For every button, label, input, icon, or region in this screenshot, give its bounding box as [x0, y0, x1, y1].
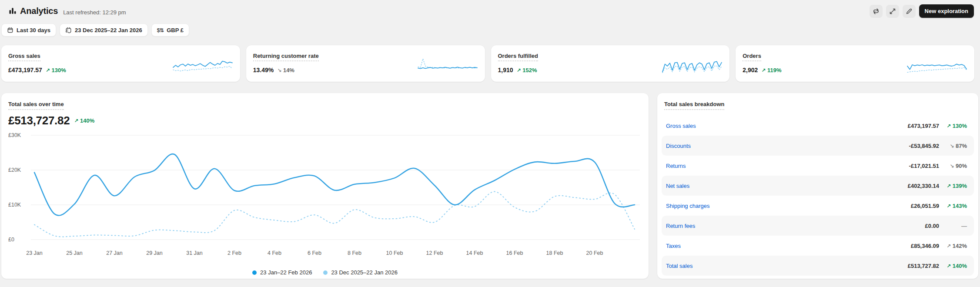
breakdown-row-value: £473,197.57	[908, 123, 939, 129]
chart-legend: 23 Jan–22 Feb 2026 23 Dec 2025–22 Jan 20…	[8, 269, 642, 276]
up-arrow-icon: ↗	[947, 243, 951, 249]
expand-button[interactable]	[886, 5, 899, 18]
breakdown-row-change: ↗ 130%	[947, 123, 967, 129]
currency-chip[interactable]: $⇅ GBP £	[151, 23, 189, 37]
breakdown-row-change: —	[961, 223, 967, 229]
compare-range-label: 23 Dec 2025–22 Jan 2026	[75, 27, 142, 33]
calendar-compare-icon	[65, 27, 72, 33]
breakdown-row-value: £402,330.14	[908, 183, 939, 189]
breakdown-row-link[interactable]: Returns	[666, 163, 686, 169]
breakdown-row-link[interactable]: Total sales	[666, 263, 692, 269]
x-axis-tick: 2 Feb	[227, 250, 241, 256]
breakdown-row-value: £0.00	[925, 223, 939, 229]
x-axis-tick: 10 Feb	[386, 250, 403, 256]
breakdown-row-link[interactable]: Net sales	[666, 183, 689, 189]
metric-card-returning-customer-rate: Returning customer rate13.49%↘ 14%	[246, 45, 485, 82]
metric-card-orders: Orders2,902↗ 119%	[736, 45, 974, 82]
metric-card-label[interactable]: Gross sales	[8, 53, 40, 61]
filter-bar: Last 30 days 23 Dec 2025–22 Jan 2026 $⇅ …	[1, 23, 980, 37]
calendar-icon	[7, 27, 13, 33]
metric-card-label[interactable]: Orders	[743, 53, 761, 61]
down-arrow-icon: ↘	[277, 67, 281, 73]
breakdown-row-taxes: Taxes£85,346.09↗ 142%	[662, 236, 974, 256]
x-axis-tick: 12 Feb	[426, 250, 443, 256]
total-sales-breakdown-panel: Total sales breakdown Gross sales£473,19…	[657, 93, 978, 279]
breakdown-row-gross-sales: Gross sales£473,197.57↗ 130%	[662, 116, 974, 136]
total-sales-line-chart: £30K£20K£10K£023 Jan25 Jan27 Jan29 Jan31…	[8, 131, 641, 267]
up-arrow-icon: ↗	[947, 183, 951, 189]
breakdown-row-returns: Returns-£17,021.51↘ 90%	[662, 156, 974, 176]
x-axis-tick: 29 Jan	[146, 250, 163, 256]
metric-card-sparkline	[662, 56, 722, 76]
x-axis-tick: 6 Feb	[308, 250, 321, 256]
metric-card-label[interactable]: Orders fulfilled	[498, 53, 538, 61]
up-arrow-icon: ↗	[947, 203, 951, 209]
metric-cards-row: Gross sales£473,197.57↗ 130%Returning cu…	[1, 45, 974, 82]
y-axis-tick: £30K	[8, 132, 21, 138]
breakdown-row-link[interactable]: Shipping charges	[666, 203, 709, 209]
date-range-chip[interactable]: Last 30 days	[1, 23, 56, 37]
breakdown-row-change-cell: ↗ 142%	[939, 243, 967, 249]
metric-card-value: 13.49%	[253, 67, 274, 73]
cycle-button[interactable]	[870, 5, 883, 18]
up-arrow-icon: ↗	[517, 67, 521, 73]
breakdown-row-shipping-charges: Shipping charges£26,051.59↗ 143%	[662, 196, 974, 216]
metric-card-change: ↗ 152%	[517, 67, 537, 73]
legend-dot-current	[252, 270, 257, 275]
page-title: Analytics	[20, 6, 58, 16]
legend-current-period: 23 Jan–22 Feb 2026	[252, 269, 312, 276]
y-axis-tick: £0	[8, 237, 14, 243]
breakdown-row-change: ↗ 139%	[947, 183, 967, 189]
breakdown-row-total-sales: Total sales£513,727.82↗ 140%	[662, 256, 974, 276]
date-range-label: Last 30 days	[17, 27, 50, 33]
breakdown-row-change: ↘ 87%	[950, 143, 967, 149]
currency-label: GBP £	[167, 27, 184, 33]
edit-button[interactable]	[903, 5, 916, 18]
legend-dot-previous	[323, 270, 328, 275]
analytics-bars-icon	[9, 7, 17, 15]
breakdown-row-value: -£53,845.92	[909, 143, 939, 149]
breakdown-row-change: ↘ 90%	[950, 163, 967, 169]
breakdown-row-link[interactable]: Discounts	[666, 143, 691, 149]
breakdown-row-value: £26,051.59	[911, 203, 939, 209]
x-axis-tick: 20 Feb	[586, 250, 603, 256]
x-axis-tick: 23 Jan	[26, 250, 43, 256]
up-arrow-icon: ↗	[947, 123, 951, 129]
metric-card-gross-sales: Gross sales£473,197.57↗ 130%	[1, 45, 240, 82]
legend-previous-label: 23 Dec 2025–22 Jan 2026	[331, 269, 398, 276]
chart-title[interactable]: Total sales over time	[8, 101, 64, 110]
legend-current-label: 23 Jan–22 Feb 2026	[260, 269, 312, 276]
up-arrow-icon: ↗	[46, 67, 50, 73]
metric-card-sparkline	[906, 56, 967, 76]
breakdown-row-change-cell: ↘ 90%	[939, 163, 967, 169]
metric-card-label[interactable]: Returning customer rate	[253, 53, 319, 61]
total-sales-over-time-panel: Total sales over time £513,727.82 ↗ 140%…	[1, 93, 649, 279]
breakdown-row-value: £513,727.82	[908, 263, 939, 269]
breakdown-row-change: ↗ 140%	[947, 263, 967, 269]
x-axis-tick: 4 Feb	[268, 250, 281, 256]
down-arrow-icon: ↘	[950, 163, 954, 169]
breakdown-title[interactable]: Total sales breakdown	[664, 101, 724, 110]
currency-convert-icon: $⇅	[157, 27, 164, 33]
breakdown-row-link[interactable]: Gross sales	[666, 123, 696, 129]
metric-card-change: ↘ 14%	[277, 67, 294, 73]
breakdown-row-change-cell: ↗ 130%	[939, 123, 967, 129]
breakdown-row-discounts: Discounts-£53,845.92↘ 87%	[662, 136, 974, 156]
new-exploration-button[interactable]: New exploration	[919, 4, 974, 18]
previous-period-line	[34, 192, 635, 237]
edit-pencil-icon	[906, 8, 913, 15]
breakdown-row-change-cell: ↗ 140%	[939, 263, 967, 269]
metric-card-sparkline	[417, 56, 478, 76]
up-arrow-icon: ↗	[947, 263, 951, 269]
breakdown-row-link[interactable]: Taxes	[666, 243, 681, 249]
compare-range-chip[interactable]: 23 Dec 2025–22 Jan 2026	[60, 23, 148, 37]
current-period-line	[34, 154, 635, 215]
cycle-icon	[873, 8, 880, 15]
breakdown-row-link[interactable]: Return fees	[666, 223, 695, 229]
up-arrow-icon: ↗	[761, 67, 766, 73]
down-arrow-icon: ↘	[950, 143, 954, 149]
legend-previous-period: 23 Dec 2025–22 Jan 2026	[323, 269, 398, 276]
x-axis-tick: 18 Feb	[546, 250, 563, 256]
chart-change-badge: ↗ 140%	[74, 117, 94, 124]
page-header: Analytics Last refreshed: 12:29 pm	[0, 0, 980, 18]
